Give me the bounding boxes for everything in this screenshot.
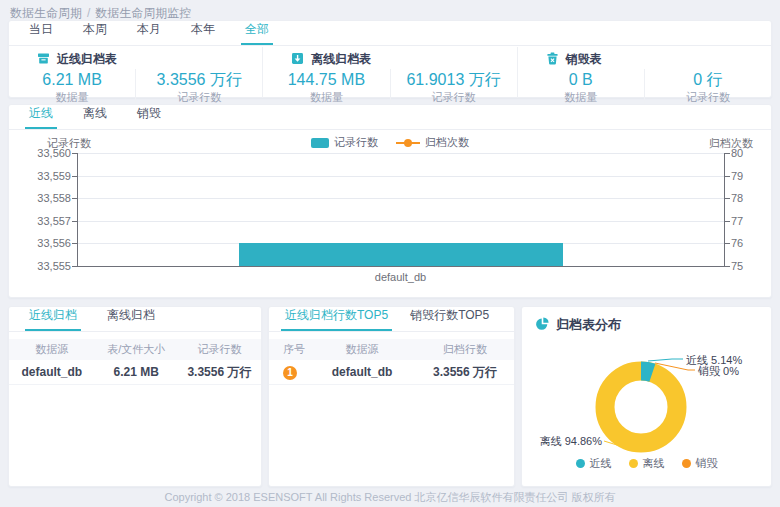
- x-axis-line: [77, 266, 725, 267]
- bar-swatch: [311, 138, 329, 148]
- cell-rows: 3.3556 万行: [178, 364, 261, 381]
- cell-size: 6.21 MB: [95, 365, 178, 379]
- stat-card-offline: 离线归档表 144.75 MB 数据量 61.9013 万行 记录行数: [262, 47, 516, 98]
- tick-mark: [725, 198, 730, 199]
- tab-archive-nearline[interactable]: 近线归档: [25, 303, 81, 331]
- table-row: 1 default_db 3.3556 万行: [269, 360, 514, 385]
- tick-mark: [72, 221, 77, 222]
- bar-default-db: [239, 243, 563, 266]
- legend-dot-orange: [682, 459, 691, 468]
- metric-value: 0 B: [518, 70, 644, 89]
- tick-mark: [725, 176, 730, 177]
- metric-label: 记录行数: [645, 90, 771, 105]
- callout-line-nearline: [648, 359, 683, 361]
- column-header: 数据源: [9, 342, 95, 357]
- data-lifecycle-dashboard: 数据生命周期/数据生命周期监控 当日 本周 本月 本年 全部 近线归档表 6.2…: [0, 0, 780, 507]
- y-axis-tick-label: 77: [731, 215, 761, 227]
- y-axis-tick-label: 76: [731, 237, 761, 249]
- legend-label: 归档次数: [425, 135, 469, 150]
- y-axis-tick-label: 80: [731, 147, 761, 159]
- y-axis-tick-label: 33,558: [15, 192, 71, 204]
- left-y-axis-line: [77, 153, 78, 267]
- top5-table-panel: 近线归档行数TOP5 销毁行数TOP5 序号 数据源 归档行数 1 defaul…: [268, 306, 515, 487]
- y-axis-tick-label: 75: [731, 260, 761, 272]
- tick-mark: [72, 198, 77, 199]
- metric-value: 61.9013 万行: [391, 70, 517, 89]
- metric-label: 记录行数: [391, 90, 517, 105]
- tab-top5-nearline[interactable]: 近线归档行数TOP5: [281, 303, 392, 331]
- summary-panel: 当日 本周 本月 本年 全部 近线归档表 6.21 MB 数据量: [8, 20, 772, 98]
- tick-mark: [725, 153, 730, 154]
- legend-label: 销毁: [696, 456, 718, 471]
- stat-cards: 近线归档表 6.21 MB 数据量 3.3556 万行 记录行数: [9, 47, 771, 98]
- legend-item-destroy[interactable]: 销毁: [682, 456, 718, 471]
- callout-offline: 离线 94.86%: [534, 434, 602, 449]
- legend-dot-yellow: [629, 459, 638, 468]
- tick-mark: [725, 243, 730, 244]
- tick-mark: [72, 266, 77, 267]
- table-header-row: 序号 数据源 归档行数: [269, 339, 514, 360]
- period-tabs: 当日 本周 本月 本年 全部: [9, 21, 771, 46]
- tick-mark: [725, 266, 730, 267]
- metric-value: 3.3556 万行: [136, 70, 262, 89]
- legend-item-line[interactable]: 归档次数: [396, 135, 469, 150]
- pie-slice-offline: [605, 371, 677, 443]
- tab-trend-destroy[interactable]: 销毁: [133, 101, 165, 129]
- metric-label: 数据量: [263, 90, 389, 105]
- y-axis-tick-label: 33,559: [15, 170, 71, 182]
- metric-destroy-rows: 0 行 记录行数: [644, 69, 771, 105]
- legend-item-bar[interactable]: 记录行数: [311, 135, 378, 150]
- stat-card-nearline: 近线归档表 6.21 MB 数据量 3.3556 万行 记录行数: [9, 47, 262, 98]
- tab-trend-nearline[interactable]: 近线: [25, 101, 57, 129]
- metric-value: 6.21 MB: [9, 70, 135, 89]
- column-header: 归档行数: [416, 342, 514, 357]
- column-header: 数据源: [308, 342, 416, 357]
- tab-period-year[interactable]: 本年: [187, 17, 219, 45]
- column-header: 表/文件大小: [95, 342, 178, 357]
- column-header: 序号: [269, 342, 308, 357]
- metric-destroy-size: 0 B 数据量: [518, 69, 644, 105]
- destroy-table-icon: [546, 52, 559, 68]
- callout-destroy: 销毁 0%: [698, 364, 739, 379]
- legend-item-nearline[interactable]: 近线: [576, 456, 612, 471]
- archive-trend-panel: 近线 离线 销毁 记录行数 归档次数 记录行数 归档次数: [8, 104, 772, 298]
- legend-label: 离线: [643, 456, 665, 471]
- archive-table-tabs: 近线归档 离线归档: [9, 307, 261, 332]
- cell-rows: 3.3556 万行: [416, 364, 514, 381]
- y-axis-tick-label: 79: [731, 170, 761, 182]
- cell-datasource: default_db: [9, 365, 95, 379]
- metric-value: 0 行: [645, 70, 771, 89]
- tab-trend-offline[interactable]: 离线: [79, 101, 111, 129]
- metric-nearline-rows: 3.3556 万行 记录行数: [135, 69, 262, 105]
- y-axis-tick-label: 33,557: [15, 215, 71, 227]
- offline-archive-icon: [291, 52, 304, 68]
- tab-period-today[interactable]: 当日: [25, 17, 57, 45]
- tick-mark: [72, 153, 77, 154]
- legend-item-offline[interactable]: 离线: [629, 456, 665, 471]
- legend-dot-teal: [576, 459, 585, 468]
- tick-mark: [72, 176, 77, 177]
- y-axis-tick-label: 33,555: [15, 260, 71, 272]
- cell-datasource: default_db: [308, 365, 416, 379]
- tab-top5-destroy[interactable]: 销毁行数TOP5: [406, 303, 493, 331]
- tab-period-month[interactable]: 本月: [133, 17, 165, 45]
- chart-legend: 记录行数 归档次数: [9, 135, 771, 150]
- y-axis-tick-label: 33,556: [15, 237, 71, 249]
- metric-nearline-size: 6.21 MB 数据量: [9, 69, 135, 105]
- y-axis-tick-label: 33,560: [15, 147, 71, 159]
- trend-tabs: 近线 离线 销毁: [9, 105, 771, 130]
- gridline: [77, 198, 724, 199]
- table-row: default_db 6.21 MB 3.3556 万行: [9, 360, 261, 385]
- gridline: [77, 153, 724, 154]
- tab-period-week[interactable]: 本周: [79, 17, 111, 45]
- tab-archive-offline[interactable]: 离线归档: [103, 303, 159, 331]
- line-swatch: [396, 138, 420, 148]
- metric-offline-rows: 61.9013 万行 记录行数: [390, 69, 517, 105]
- metric-value: 144.75 MB: [263, 70, 389, 89]
- stat-card-destroy: 销毁表 0 B 数据量 0 行 记录行数: [517, 47, 771, 98]
- archive-distribution-panel: 归档表分布 近线 5.14% 销毁 0% 离线 94.86% 近线 离线 销毁: [521, 306, 772, 487]
- tab-period-all[interactable]: 全部: [241, 17, 273, 45]
- gridline: [77, 221, 724, 222]
- legend-label: 近线: [590, 456, 612, 471]
- column-header: 记录行数: [178, 342, 261, 357]
